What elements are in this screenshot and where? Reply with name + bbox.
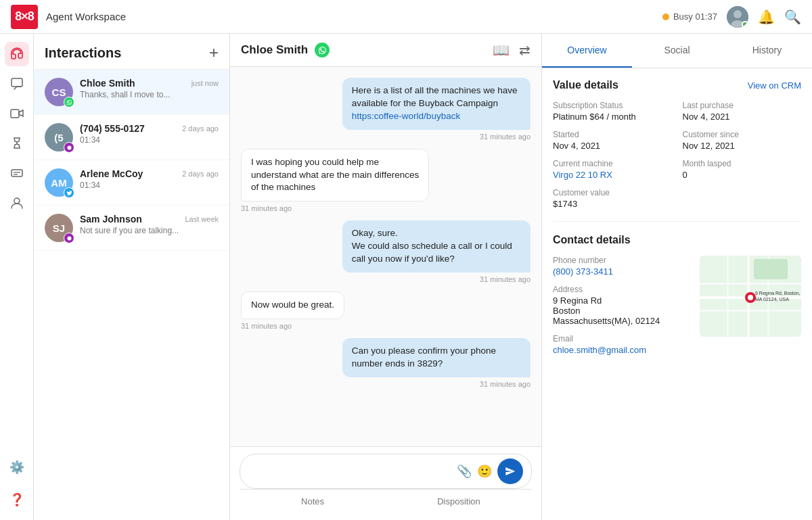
detail-value: Nov 4, 2021 — [553, 141, 672, 151]
status-dot — [662, 14, 669, 20]
view-crm-link[interactable]: View on CRM — [748, 80, 801, 91]
interactions-panel: Interactions + CS Chloe Smith just now T… — [34, 34, 230, 520]
detail-label: Customer since — [683, 130, 802, 139]
message-wrapper: Here is a list of all the machines we ha… — [241, 78, 531, 141]
message-wrapper: Can you please confirm your phone number… — [241, 338, 531, 388]
contact-time: 2 days ago — [182, 170, 219, 178]
platform-badge-other — [64, 142, 74, 153]
right-tab-history[interactable]: History — [722, 34, 812, 68]
nav-right: Busy 01:37 🔔 🔍 — [662, 6, 801, 28]
avatar[interactable] — [727, 6, 748, 28]
send-button[interactable] — [497, 458, 523, 484]
detail-value: Nov 12, 2021 — [683, 141, 802, 151]
svg-point-8 — [14, 198, 20, 204]
chat-footer-tab[interactable]: Notes — [240, 490, 386, 513]
contact-item[interactable]: AM Arlene McCoy 2 days ago 01:34 — [34, 160, 229, 206]
contact-item[interactable]: CS Chloe Smith just now Thanks, shall I … — [34, 70, 229, 115]
phone-value[interactable]: (800) 373-3411 — [553, 266, 689, 277]
chat-input-row: 📎 🙂 — [240, 454, 532, 489]
svg-rect-5 — [12, 170, 22, 176]
sidebar-item-video[interactable] — [5, 101, 29, 126]
right-tab-overview[interactable]: Overview — [542, 34, 632, 68]
avatar-inner — [727, 6, 748, 28]
emoji-icon[interactable]: 🙂 — [477, 464, 492, 479]
detail-value: Nov 4, 2021 — [683, 112, 802, 122]
value-details-header: Value details View on CRM — [553, 79, 801, 91]
email-detail: Email chloe.smith@gmail.com — [553, 334, 689, 355]
detail-item: Started Nov 4, 2021 — [553, 130, 672, 151]
detail-value[interactable]: Virgo 22 10 RX — [553, 170, 672, 180]
chat-input[interactable] — [248, 466, 451, 477]
sidebar-item-voicemail[interactable] — [5, 161, 29, 185]
sidebar-item-chat[interactable] — [5, 72, 29, 96]
svg-point-20 — [748, 295, 753, 300]
email-value[interactable]: chloe.smith@gmail.com — [553, 345, 689, 355]
platform-badge-tw — [64, 187, 74, 198]
right-tab-social[interactable]: Social — [632, 34, 722, 68]
contact-preview: Thanks, shall I move to... — [80, 90, 219, 99]
contact-item[interactable]: (5 (704) 555-0127 2 days ago 01:34 — [34, 115, 229, 160]
address-label: Address — [553, 285, 689, 294]
sidebar-item-headset[interactable] — [5, 42, 29, 66]
phone-detail: Phone number (800) 373-3411 — [553, 256, 689, 277]
platform-badge-other — [64, 233, 74, 243]
contact-name: Arlene McCoy — [80, 168, 143, 179]
book-icon[interactable]: 📖 — [493, 42, 510, 58]
bell-icon[interactable]: 🔔 — [758, 9, 775, 25]
sidebar-item-phone[interactable] — [5, 131, 29, 156]
detail-value: Platinum $64 / month — [553, 112, 672, 122]
email-label: Email — [553, 334, 689, 344]
contact-list: CS Chloe Smith just now Thanks, shall I … — [34, 70, 229, 520]
contact-preview: Not sure if you are talking... — [80, 226, 219, 235]
add-interaction-button[interactable]: + — [209, 45, 219, 61]
icon-bar: ⚙️ ❓ — [0, 34, 34, 520]
attach-icon[interactable]: 📎 — [457, 464, 472, 479]
chat-header: Chloe Smith 📖 ⇄ — [230, 34, 541, 67]
message-wrapper: Now would be great. 31 minutes ago — [241, 291, 531, 330]
contact-avatar: CS — [45, 78, 73, 106]
contact-details-row: Phone number (800) 373-3411 Address 9 Re… — [553, 256, 801, 355]
address-line3: Massachusetts(MA), 02124 — [553, 316, 689, 326]
contact-avatar: (5 — [45, 123, 73, 151]
message-time: 31 minutes ago — [480, 133, 531, 141]
message-link[interactable]: https:coffee-world/buyback — [352, 111, 460, 121]
detail-value: $1743 — [553, 199, 672, 209]
app-title: Agent Workspace — [46, 11, 654, 22]
contact-time: just now — [191, 79, 219, 87]
settings-icon[interactable]: ⚙️ — [5, 455, 29, 479]
svg-rect-13 — [700, 283, 801, 285]
chat-footer-tab[interactable]: Disposition — [386, 490, 532, 513]
contact-avatar: SJ — [45, 214, 73, 242]
logo: 8×8 — [11, 5, 38, 29]
sidebar-item-contacts[interactable] — [5, 191, 29, 215]
address-line2: Boston — [553, 306, 689, 316]
contact-info: Chloe Smith just now Thanks, shall I mov… — [80, 78, 219, 99]
search-icon[interactable]: 🔍 — [784, 9, 801, 25]
detail-label: Subscription Status — [553, 101, 672, 110]
main-layout: ⚙️ ❓ Interactions + CS Chloe Smith just … — [0, 34, 812, 520]
status-pill[interactable]: Busy 01:37 — [662, 11, 717, 22]
contact-time: 2 days ago — [182, 124, 219, 133]
message-wrapper: I was hoping you could help me understan… — [241, 149, 531, 213]
value-details-title: Value details — [553, 79, 618, 91]
svg-point-10 — [67, 236, 71, 240]
message-time: 31 minutes ago — [480, 380, 531, 388]
help-icon[interactable]: ❓ — [5, 488, 29, 512]
transfer-icon[interactable]: ⇄ — [519, 42, 531, 58]
chat-header-right: 📖 ⇄ — [493, 42, 531, 58]
contact-item[interactable]: SJ Sam Johnson Last week Not sure if you… — [34, 206, 229, 251]
message-time: 31 minutes ago — [241, 204, 292, 212]
contact-time: Last week — [185, 215, 219, 223]
contact-initials: AM — [51, 177, 66, 189]
detail-item: Current machine Virgo 22 10 RX — [553, 159, 672, 180]
top-nav: 8×8 Agent Workspace Busy 01:37 🔔 🔍 — [0, 0, 812, 34]
right-tabs: OverviewSocialHistory — [542, 34, 812, 68]
contact-initials: CS — [52, 87, 66, 98]
detail-label: Month lasped — [683, 159, 802, 168]
contact-initials: (5 — [54, 132, 63, 143]
contact-details-info: Phone number (800) 373-3411 Address 9 Re… — [553, 256, 689, 355]
chat-contact-name: Chloe Smith — [241, 43, 308, 57]
address-line1: 9 Regina Rd — [553, 296, 689, 306]
message-time: 31 minutes ago — [241, 322, 292, 330]
contact-preview: 01:34 — [80, 181, 219, 190]
